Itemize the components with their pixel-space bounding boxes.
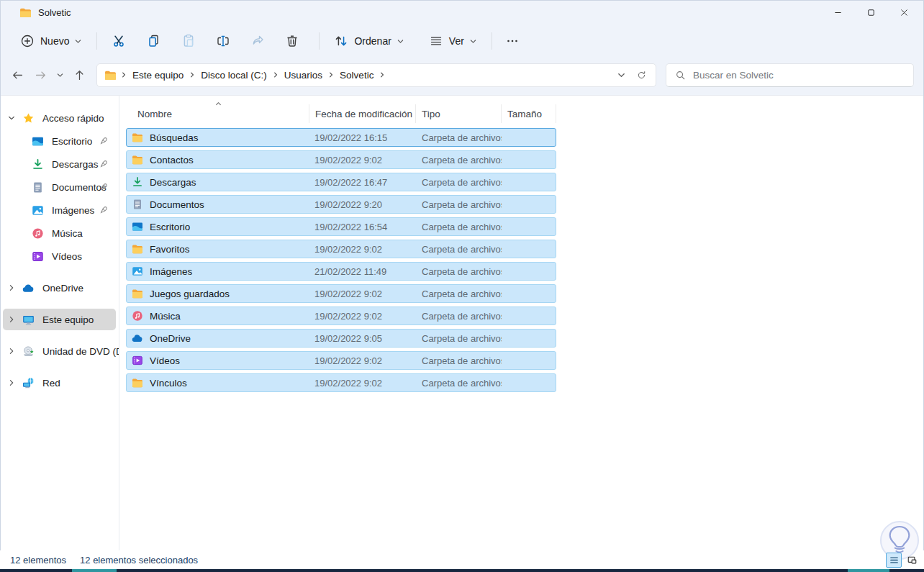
up-button[interactable] (68, 63, 91, 86)
sidebar-item-v-deos[interactable]: Vídeos (3, 245, 116, 267)
new-button[interactable]: Nuevo (13, 29, 89, 53)
file-row[interactable]: Descargas 19/02/2022 16:47 Carpeta de ar… (126, 173, 556, 191)
chevron-right-icon[interactable] (379, 71, 386, 78)
copy-button[interactable] (139, 28, 169, 54)
chevron-right-icon[interactable] (189, 71, 196, 78)
column-headers: Nombre Fecha de modificación Tipo Tamaño (126, 104, 924, 123)
file-type: Carpeta de archivos (416, 132, 502, 143)
view-button[interactable]: Ver (422, 29, 484, 53)
delete-button[interactable] (277, 28, 307, 54)
folder-icon (132, 288, 143, 299)
chevron-down-icon (74, 37, 82, 45)
rename-button[interactable] (208, 28, 238, 54)
search-input[interactable] (693, 70, 905, 81)
breadcrumb-item[interactable]: Usuarios (280, 67, 327, 83)
forward-button[interactable] (29, 63, 52, 86)
file-row[interactable]: Documentos 19/02/2022 9:20 Carpeta de ar… (126, 195, 556, 214)
file-row[interactable]: Búsquedas 19/02/2022 16:15 Carpeta de ar… (126, 128, 556, 147)
sidebar-item-este-equipo[interactable]: Este equipo (3, 309, 116, 330)
sidebar-item-im-genes[interactable]: Imágenes (3, 199, 116, 221)
view-toggles (886, 553, 920, 568)
window-title: Solvetic (38, 7, 71, 18)
recent-locations-button[interactable] (52, 63, 68, 86)
copy-icon (147, 34, 161, 48)
music-icon (132, 310, 143, 322)
file-name: Imágenes (150, 266, 192, 277)
file-type: Carpeta de archivos (416, 378, 502, 389)
address-folder-icon (104, 69, 117, 81)
sidebar-item-acceso-r-pido[interactable]: Acceso rápido (3, 107, 116, 129)
column-header-fecha[interactable]: Fecha de modificación (309, 104, 416, 123)
pin-icon (99, 159, 109, 169)
chevron-right-icon[interactable] (7, 315, 16, 324)
selected-count: 12 elementos seleccionados (80, 555, 198, 566)
minimize-button[interactable] (825, 0, 858, 24)
file-date: 19/02/2022 9:20 (309, 199, 416, 210)
sidebar-item-m-sica[interactable]: Música (3, 222, 116, 244)
breadcrumb-item[interactable]: Solvetic (335, 67, 378, 83)
file-row[interactable]: Imágenes 21/02/2022 11:49 Carpeta de arc… (126, 262, 556, 281)
file-row[interactable]: Favoritos 19/02/2022 9:02 Carpeta de arc… (126, 240, 556, 258)
icons-view-button[interactable] (904, 553, 920, 568)
chevron-right-icon[interactable] (327, 71, 335, 78)
file-date: 19/02/2022 16:15 (309, 132, 416, 143)
sort-ascending-icon (214, 99, 223, 109)
toolbar-divider (319, 32, 320, 50)
back-button[interactable] (6, 63, 29, 86)
file-date: 19/02/2022 9:02 (309, 155, 416, 165)
sidebar-item-documentos[interactable]: Documentos (3, 176, 116, 198)
breadcrumb: Este equipoDisco local (C:)UsuariosSolve… (119, 67, 386, 83)
share-button[interactable] (243, 28, 273, 54)
trash-icon (285, 34, 299, 48)
paste-button[interactable] (173, 28, 204, 54)
sidebar-item-escritorio[interactable]: Escritorio (3, 130, 116, 152)
document-icon (132, 199, 143, 210)
file-name: Descargas (150, 177, 196, 188)
file-row[interactable]: Vínculos 19/02/2022 9:02 Carpeta de arch… (126, 373, 556, 392)
chevron-right-icon[interactable] (120, 71, 127, 78)
videos-icon (132, 355, 143, 366)
column-header-tipo[interactable]: Tipo (416, 104, 502, 123)
column-header-tamano[interactable]: Tamaño (502, 104, 556, 123)
file-row[interactable]: Música 19/02/2022 9:02 Carpeta de archiv… (126, 307, 556, 325)
address-bar[interactable]: Este equipoDisco local (C:)UsuariosSolve… (96, 63, 656, 87)
refresh-button[interactable] (631, 65, 651, 84)
file-row[interactable]: Juegos guardados 19/02/2022 9:02 Carpeta… (126, 284, 556, 303)
maximize-button[interactable] (858, 0, 891, 24)
chevron-right-icon[interactable] (7, 283, 16, 292)
content-area: Acceso rápido Escritorio Descargas Docum… (0, 95, 924, 550)
details-view-button[interactable] (886, 553, 902, 568)
sidebar-item-unidad-de-dvd-d-[interactable]: Unidad de DVD (D:) (3, 340, 116, 362)
chevron-down-icon (56, 71, 64, 79)
pictures-icon (32, 204, 44, 217)
file-row[interactable]: Escritorio 19/02/2022 16:54 Carpeta de a… (126, 217, 556, 236)
file-list-pane: Nombre Fecha de modificación Tipo Tamaño… (119, 96, 924, 550)
clipboard-actions (104, 28, 312, 54)
download-icon (132, 176, 143, 188)
more-options-button[interactable] (499, 28, 525, 54)
chevron-down-icon[interactable] (7, 114, 16, 122)
search-box (666, 63, 914, 87)
breadcrumb-item[interactable]: Este equipo (128, 67, 188, 83)
file-row[interactable]: Contactos 19/02/2022 9:02 Carpeta de arc… (126, 150, 556, 169)
chevron-right-icon[interactable] (272, 71, 279, 78)
videos-icon (32, 250, 44, 263)
file-row[interactable]: OneDrive 19/02/2022 9:05 Carpeta de arch… (126, 329, 556, 348)
toolbar-divider (492, 32, 492, 50)
file-row[interactable]: Vídeos 19/02/2022 9:02 Carpeta de archiv… (126, 351, 556, 370)
close-button[interactable] (891, 0, 924, 24)
sidebar-item-label: Imágenes (52, 205, 94, 216)
sidebar-item-onedrive[interactable]: OneDrive (3, 277, 116, 299)
new-button-label: Nuevo (40, 35, 69, 47)
sort-button[interactable]: Ordenar (327, 29, 411, 53)
chevron-right-icon[interactable] (7, 347, 16, 355)
sidebar-item-descargas[interactable]: Descargas (3, 153, 116, 175)
file-name: Música (150, 311, 181, 322)
address-dropdown-button[interactable] (611, 65, 631, 84)
cut-button[interactable] (104, 28, 135, 54)
sidebar-item-red[interactable]: Red (3, 372, 116, 394)
file-name: OneDrive (150, 333, 191, 344)
minimize-icon (833, 7, 843, 18)
breadcrumb-item[interactable]: Disco local (C:) (196, 67, 271, 83)
chevron-right-icon[interactable] (7, 378, 16, 387)
